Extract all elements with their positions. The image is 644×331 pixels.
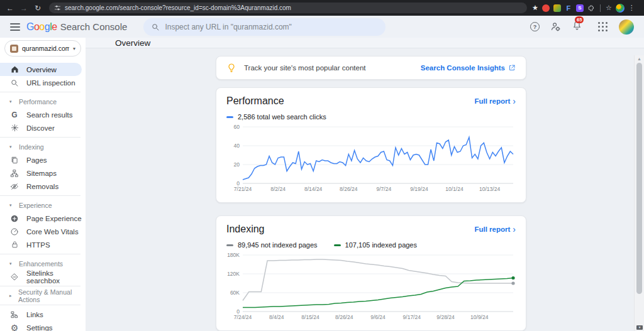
- chevron-down-icon: ▾: [73, 46, 75, 52]
- sidebar-item-page-experience[interactable]: Page Experience: [0, 212, 82, 225]
- property-selector[interactable]: quranmazid.com ▾: [4, 40, 81, 57]
- svg-text:8/26/24: 8/26/24: [340, 186, 358, 192]
- search-console-insights-link[interactable]: Search Console Insights: [421, 64, 516, 72]
- sidebar-section-security-manual-actions[interactable]: ▸ Security & Manual Actions: [0, 289, 86, 302]
- help-icon[interactable]: ?: [530, 22, 540, 31]
- sidebar-item-core-web-vitals[interactable]: Core Web Vitals: [0, 225, 82, 238]
- star-outline-icon[interactable]: ☆: [606, 4, 612, 12]
- forward-button[interactable]: →: [19, 4, 29, 13]
- svg-text:40: 40: [234, 143, 240, 149]
- extension-icon-2[interactable]: [553, 4, 561, 12]
- browser-profile-avatar[interactable]: [616, 4, 625, 13]
- insights-banner: Track your site's most popular content S…: [216, 56, 526, 80]
- svg-text:9/28/24: 9/28/24: [436, 314, 455, 320]
- legend-dash: [334, 244, 341, 246]
- search-icon: [151, 23, 160, 31]
- chevron-down-icon: ▾: [9, 203, 14, 208]
- back-button[interactable]: ←: [5, 4, 15, 13]
- sidebar-item-url-inspection[interactable]: URL inspection: [0, 76, 82, 89]
- legend-dash: [226, 244, 233, 246]
- sidebar-section-performance[interactable]: ▾ Performance: [0, 95, 86, 108]
- browser-menu-icon[interactable]: ⋮: [628, 4, 635, 12]
- sparkle-icon: [9, 123, 19, 133]
- chevron-right-icon: ›: [513, 225, 516, 234]
- notifications-icon[interactable]: 65: [572, 20, 582, 33]
- links-tree-icon: [9, 310, 19, 320]
- sidebar-item-overview[interactable]: Overview: [0, 63, 82, 76]
- property-name: quranmazid.com: [22, 45, 69, 52]
- google-search-console-logo[interactable]: Google Search Console: [26, 21, 127, 33]
- divider: [0, 137, 80, 138]
- legend-not-indexed: 89,945 not indexed pages: [226, 241, 318, 249]
- svg-text:9/6/24: 9/6/24: [370, 314, 386, 320]
- indexing-title: Indexing: [226, 224, 265, 235]
- svg-text:10/9/24: 10/9/24: [470, 314, 489, 320]
- legend-web-search-clicks: 2,586 total web search clicks: [226, 113, 326, 121]
- sidebar-section-indexing[interactable]: ▾ Indexing: [0, 140, 86, 153]
- svg-text:8/15/24: 8/15/24: [301, 314, 319, 320]
- sidebar-item-removals[interactable]: Removals: [0, 180, 82, 193]
- sidebar-item-https[interactable]: HTTPS: [0, 238, 82, 251]
- sitemap-icon: [9, 168, 19, 178]
- main-content: Overview Track your site's most popular …: [86, 38, 644, 331]
- indexing-full-report-link[interactable]: Full report ›: [474, 225, 516, 234]
- page-scrollbar[interactable]: ▲ ▼: [634, 55, 644, 331]
- sidebar-item-settings[interactable]: ⚙ Settings: [0, 321, 82, 331]
- extension-icon-3[interactable]: F: [565, 4, 572, 12]
- performance-full-report-link[interactable]: Full report ›: [474, 97, 516, 106]
- profile-avatar[interactable]: [619, 19, 634, 35]
- sidebar-nav: Overview URL inspection ▾ Performance G …: [0, 60, 86, 331]
- divider: [0, 305, 80, 305]
- svg-text:8/26/24: 8/26/24: [335, 314, 353, 320]
- refresh-button[interactable]: ↻: [33, 4, 43, 13]
- search-input[interactable]: [165, 23, 378, 31]
- menu-icon[interactable]: [10, 23, 20, 31]
- sidebar-item-discover[interactable]: Discover: [0, 121, 82, 134]
- notification-count-badge: 65: [575, 16, 584, 23]
- scrollbar-up-arrow[interactable]: ▲: [635, 57, 644, 61]
- site-settings-icon[interactable]: [54, 4, 61, 11]
- svg-text:7/21/24: 7/21/24: [234, 186, 252, 192]
- svg-text:20: 20: [234, 161, 240, 168]
- svg-text:7/24/24: 7/24/24: [234, 314, 252, 320]
- product-name: Search Console: [60, 21, 128, 32]
- google-apps-grid-icon[interactable]: [598, 22, 608, 32]
- divider: [600, 4, 601, 12]
- google-g-icon: G: [9, 110, 19, 120]
- svg-text:60: 60: [234, 124, 240, 130]
- extension-icon-1[interactable]: [542, 4, 550, 12]
- extensions-tray-icon[interactable]: [587, 4, 595, 12]
- svg-text:9/7/24: 9/7/24: [377, 186, 392, 192]
- external-link-icon: [508, 64, 516, 72]
- url-text: search.google.com/search-console?resourc…: [65, 4, 291, 11]
- lightbulb-icon: [226, 63, 236, 73]
- indexing-card: Indexing Full report › 89,945 not indexe…: [216, 215, 526, 331]
- gauge-icon: [9, 227, 19, 237]
- svg-text:180K: 180K: [227, 252, 240, 258]
- scrollbar-thumb[interactable]: [636, 63, 642, 294]
- svg-text:10/13/24: 10/13/24: [479, 186, 500, 192]
- home-icon: [9, 65, 19, 75]
- browser-chrome: ← → ↻ search.google.com/search-console?r…: [0, 0, 644, 16]
- google-logo-text: Google: [26, 21, 57, 33]
- page-title: Overview: [115, 38, 150, 48]
- manage-users-icon[interactable]: [550, 21, 561, 32]
- sidebar-item-pages[interactable]: Pages: [0, 153, 82, 166]
- sidebar-item-links[interactable]: Links: [0, 308, 82, 321]
- divider: [0, 254, 80, 254]
- performance-chart: 02040607/21/248/2/248/14/248/26/249/7/24…: [226, 123, 517, 193]
- sidebar-section-enhancements[interactable]: ▾ Enhancements: [0, 257, 86, 270]
- url-inspect-searchbar[interactable]: [143, 18, 386, 36]
- sidebar-item-sitemaps[interactable]: Sitemaps: [0, 166, 82, 180]
- legend-indexed: 107,105 indexed pages: [334, 241, 417, 249]
- sidebar-item-search-results[interactable]: G Search results: [0, 108, 82, 121]
- divider: [0, 286, 80, 286]
- bookmark-star-icon[interactable]: ★: [532, 4, 538, 12]
- sidebar-item-sitelinks-searchbox[interactable]: Sitelinks searchbox: [0, 270, 82, 283]
- lock-icon: [9, 240, 19, 250]
- scrollbar-down-arrow[interactable]: ▼: [636, 325, 643, 330]
- chevron-right-icon: ▸: [9, 293, 14, 298]
- extension-icon-4[interactable]: S: [576, 4, 584, 12]
- address-bar[interactable]: search.google.com/search-console?resourc…: [49, 3, 527, 13]
- sidebar-section-experience[interactable]: ▾ Experience: [0, 198, 86, 212]
